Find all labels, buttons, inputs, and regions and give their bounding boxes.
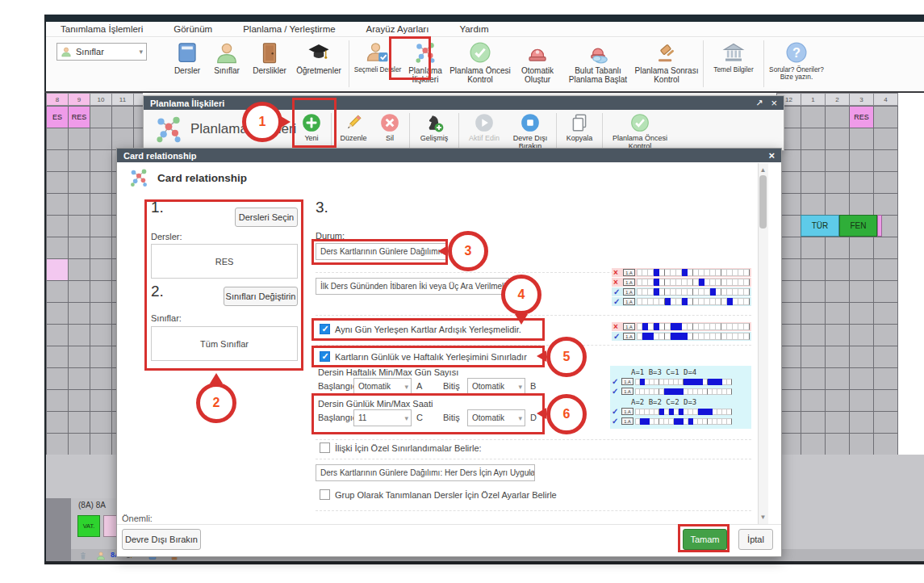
- timetable-cell[interactable]: [873, 280, 898, 303]
- scrollbar-down-icon[interactable]: ▼: [758, 512, 768, 522]
- timetable-cell[interactable]: [46, 346, 69, 368]
- timetable-cell[interactable]: [68, 302, 90, 325]
- timetable-cell[interactable]: [68, 346, 90, 368]
- timetable-cell[interactable]: [90, 171, 112, 194]
- timetable-cell[interactable]: [873, 433, 898, 455]
- timetable-cell[interactable]: [825, 193, 850, 216]
- expand-icon[interactable]: ↗: [755, 98, 763, 108]
- timetable-cell[interactable]: [46, 258, 69, 281]
- menu-item-planlama-yerleştirme[interactable]: Planlama / Yerleştirme: [243, 24, 335, 34]
- timetable-cell[interactable]: ES: [46, 106, 69, 128]
- toolbar-button-secmeli-dersler[interactable]: Seçmeli Dersler: [353, 39, 403, 73]
- toolbar-button-ogretmenler[interactable]: Öğretmenler: [292, 39, 345, 75]
- weekly-end-select[interactable]: Otomatik: [467, 378, 525, 395]
- timetable-cell[interactable]: [46, 411, 69, 434]
- siniflari-degistirin-button[interactable]: Sınıfları Değiştirin: [224, 287, 298, 306]
- rel-toolbar-button-planlama-oncesi-kontrol[interactable]: Planlama Öncesi Kontrol: [605, 112, 675, 151]
- toolbar-button-planlama-oncesi-kontrol[interactable]: Planlama Öncesi Kontrol: [448, 39, 512, 84]
- toolbar-button-planlama-iliskileri[interactable]: Planlama İlişkileri: [403, 39, 448, 84]
- menu-item-tanımlama-i-şlemleri[interactable]: Tanımlama İşlemleri: [61, 24, 143, 34]
- timetable-cell[interactable]: [849, 367, 874, 390]
- lesson-card-tur[interactable]: TÜR: [801, 215, 839, 237]
- timetable-cell[interactable]: [46, 128, 69, 150]
- rel-toolbar-button-sil[interactable]: Sil: [373, 112, 407, 142]
- rel-toolbar-button-duzenle[interactable]: Düzenle: [334, 112, 373, 142]
- timetable-cell[interactable]: [873, 106, 898, 128]
- timetable-cell[interactable]: [801, 149, 826, 172]
- timetable-cell[interactable]: [825, 237, 850, 259]
- timetable-cell[interactable]: [111, 106, 134, 128]
- timetable-cell[interactable]: [849, 411, 874, 434]
- timetable-cell[interactable]: [46, 324, 69, 346]
- timetable-cell[interactable]: [801, 237, 826, 259]
- timetable-cell[interactable]: [68, 171, 90, 194]
- lesson-card-vat[interactable]: VAT.: [77, 515, 100, 537]
- apply-dropdown[interactable]: Ders Kartlarının Günlere Dağılımı: Her D…: [316, 464, 535, 481]
- timetable-cell[interactable]: [111, 128, 134, 150]
- dersleri-secin-button[interactable]: Dersleri Seçin: [235, 208, 298, 227]
- timetable-cell[interactable]: [90, 215, 112, 237]
- timetable-cell[interactable]: [90, 280, 112, 303]
- timetable-cell[interactable]: [801, 128, 826, 150]
- timetable-cell[interactable]: [90, 367, 112, 390]
- rel-toolbar-button-devre-disi-birakin[interactable]: Devre Dışı Bırakın: [507, 112, 554, 151]
- timetable-cell[interactable]: [849, 171, 874, 194]
- toolbar-button-sorular[interactable]: ?Sorular? Öneriler? Bize yazın.: [767, 39, 826, 82]
- timetable-cell[interactable]: [873, 324, 898, 346]
- timetable-cell[interactable]: [90, 433, 112, 455]
- rel-toolbar-button-gelismis[interactable]: Gelişmiş: [412, 112, 456, 142]
- toolbar-button-temel-bilgiler[interactable]: Temel Bilgiler: [707, 39, 760, 73]
- timetable-cell[interactable]: [849, 258, 874, 281]
- timetable-cell[interactable]: [46, 433, 69, 455]
- toolbar-button-dersler[interactable]: Dersler: [168, 39, 207, 75]
- timetable-cell[interactable]: [849, 237, 874, 259]
- custom-limits-checkbox[interactable]: [320, 442, 330, 453]
- timetable-cell[interactable]: [68, 367, 90, 390]
- timetable-cell[interactable]: [873, 389, 898, 412]
- scrollbar-up-icon[interactable]: ▲: [758, 165, 768, 174]
- timetable-cell[interactable]: [801, 389, 826, 412]
- timetable-cell[interactable]: [68, 433, 90, 455]
- timetable-cell[interactable]: [68, 280, 90, 303]
- timetable-cell[interactable]: [68, 411, 90, 434]
- timetable-cell[interactable]: [133, 106, 143, 128]
- timetable-cell[interactable]: [46, 171, 69, 194]
- timetable-cell[interactable]: [849, 346, 874, 368]
- timetable-cell[interactable]: [849, 389, 874, 412]
- timetable-cell[interactable]: [68, 389, 90, 412]
- timetable-cell[interactable]: [801, 411, 826, 434]
- timetable-cell[interactable]: RES: [68, 106, 90, 128]
- timetable-cell[interactable]: [90, 324, 112, 346]
- condition-dropdown[interactable]: Ders Kartlarının Günlere Dağılımı: [316, 243, 446, 260]
- timetable-cell[interactable]: [873, 171, 898, 194]
- timetable-cell[interactable]: [849, 433, 874, 455]
- planlama-dialog-titlebar[interactable]: Planlama İlişkileri ↗ ×: [144, 96, 784, 110]
- timetable-cell[interactable]: [825, 346, 850, 368]
- timetable-cell[interactable]: [90, 106, 112, 128]
- timetable-cell[interactable]: [873, 149, 898, 172]
- timetable-cell[interactable]: [801, 433, 826, 455]
- scrollbar-thumb[interactable]: [759, 175, 767, 229]
- timetable-cell[interactable]: [801, 346, 826, 368]
- timetable-cell[interactable]: [849, 280, 874, 303]
- timetable-cell[interactable]: [46, 302, 69, 325]
- distribution-dropdown[interactable]: İlk Ders Gününden İtibaren İki veya Üç A…: [316, 278, 509, 295]
- timetable-cell[interactable]: [90, 302, 112, 325]
- timetable-cell[interactable]: [90, 237, 112, 259]
- timetable-cell[interactable]: [825, 433, 850, 455]
- timetable-cell[interactable]: [873, 128, 898, 150]
- timetable-cell[interactable]: [801, 193, 826, 216]
- toolbar-button-bulut-tabanli-planlama-baslat[interactable]: Bulut Tabanlı Planlama Başlat: [562, 39, 633, 84]
- timetable-cell[interactable]: [90, 389, 112, 412]
- timetable-cell[interactable]: [873, 193, 898, 216]
- toolbar-button-planlama-sonrasi-kontrol[interactable]: Planlama Sonrası Kontrol: [633, 39, 700, 84]
- timetable-cell[interactable]: [801, 367, 826, 390]
- lesson-card-fen[interactable]: FEN: [839, 215, 877, 237]
- toolbar-button-siniflar[interactable]: Sınıflar: [207, 39, 247, 75]
- timetable-cell[interactable]: [849, 193, 874, 216]
- timetable-cell[interactable]: [68, 215, 90, 237]
- weekly-start-select[interactable]: Otomatik: [353, 378, 412, 395]
- rel-toolbar-button-yeni[interactable]: Yeni: [295, 112, 328, 142]
- timetable-cell[interactable]: [825, 171, 850, 194]
- timetable-cell[interactable]: [68, 128, 90, 150]
